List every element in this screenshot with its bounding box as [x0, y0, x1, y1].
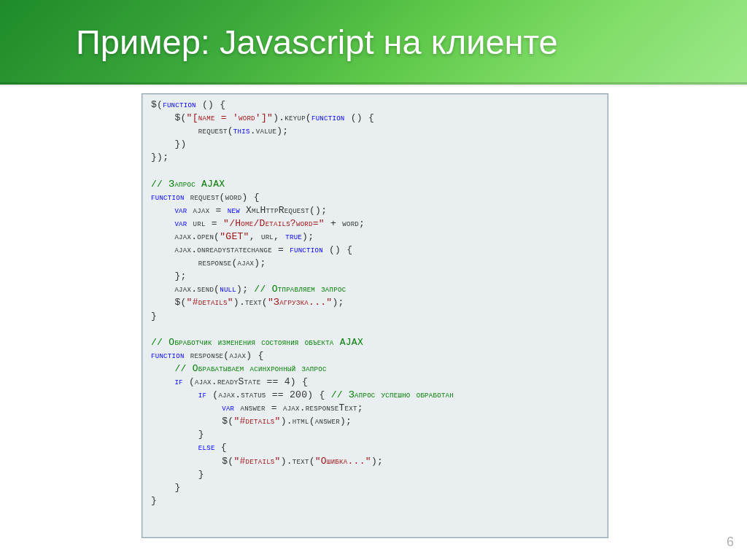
code-listing: $(function () { $("[name = 'word']").key…	[151, 98, 599, 508]
page-number: 6	[727, 534, 734, 550]
slide: Пример: Javascript на клиенте $(function…	[0, 0, 747, 560]
slide-title: Пример: Javascript на клиенте	[76, 22, 558, 62]
header-bar: Пример: Javascript на клиенте	[0, 0, 747, 85]
code-box: $(function () { $("[name = 'word']").key…	[142, 93, 608, 538]
